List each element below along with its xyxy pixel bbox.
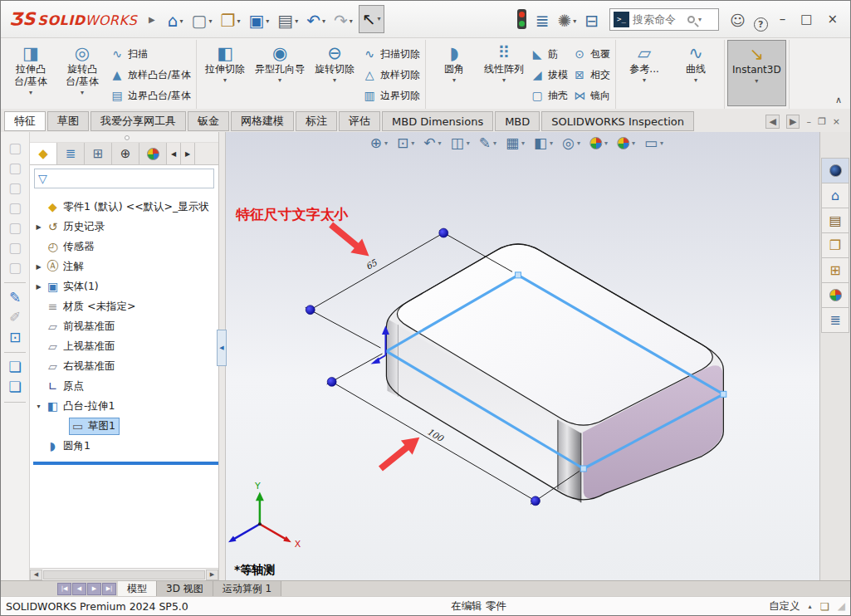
- tab-nav-button[interactable]: ▶: [87, 583, 101, 595]
- dropdown-caret-icon[interactable]: ▾: [755, 77, 758, 85]
- tree-item[interactable]: ◆ 零件1 (默认) <<默认>_显示状: [33, 197, 218, 217]
- ribbon-button[interactable]: ∿ 曲线 ▾: [670, 40, 721, 106]
- custom-properties-icon[interactable]: ≣: [821, 307, 849, 333]
- tag-icon[interactable]: ❏: [820, 600, 829, 613]
- home-icon[interactable]: ⌂: [821, 183, 849, 208]
- rebuild-traffic-light-icon[interactable]: [517, 9, 526, 29]
- tree-filter-box[interactable]: ▽: [34, 169, 214, 188]
- tree-item[interactable]: ▭ 草图1: [33, 416, 218, 436]
- customize-status-button[interactable]: 自定义: [769, 599, 800, 614]
- doc-prev-button[interactable]: ◀: [765, 115, 779, 129]
- whats-wrong-button[interactable]: ≣: [533, 5, 552, 33]
- ribbon-small-button[interactable]: ⊠ 相交: [570, 65, 613, 85]
- maximize-button[interactable]: □: [793, 12, 819, 27]
- tree-item[interactable]: ∟ 原点: [33, 376, 218, 396]
- design-library-icon[interactable]: ▤: [821, 208, 849, 233]
- dropdown-caret-icon[interactable]: ▾: [266, 12, 269, 32]
- dropdown-caret-icon[interactable]: ▾: [493, 139, 496, 147]
- ribbon-small-button[interactable]: ▥ 边界切除: [360, 86, 423, 105]
- ribbon-button[interactable]: ↘ Instant3D ▾: [727, 40, 786, 106]
- sketch-select-tool[interactable]: ✎: [9, 289, 21, 306]
- paste-appearance-tool[interactable]: ❏: [8, 379, 21, 395]
- view-cube-4[interactable]: ▢: [8, 199, 22, 216]
- ribbon-small-button[interactable]: ∿ 扫描: [108, 44, 193, 64]
- view-cube-5[interactable]: ▢: [8, 219, 22, 236]
- close-button[interactable]: ×: [819, 12, 845, 27]
- annotation-views-icon[interactable]: ✎ ▾: [479, 134, 496, 151]
- tab-nav-button[interactable]: ▶|: [102, 583, 116, 595]
- dropdown-caret-icon[interactable]: ▾: [81, 89, 84, 96]
- model-tab[interactable]: 模型: [118, 581, 157, 596]
- command-tab[interactable]: 网格建模: [231, 111, 294, 131]
- ribbon-small-button[interactable]: ◢ 拔模: [528, 65, 570, 85]
- dropdown-caret-icon[interactable]: ▾: [322, 12, 325, 32]
- account-button[interactable]: ☺: [727, 5, 748, 33]
- tree-item[interactable]: ▾ ◧ 凸台-拉伸1: [33, 396, 218, 416]
- ribbon-small-button[interactable]: ∿ 扫描切除: [360, 44, 423, 64]
- view-cube-2[interactable]: ▢: [8, 159, 22, 176]
- dropdown-caret-icon[interactable]: ▾: [643, 76, 646, 84]
- featuremanager-tab[interactable]: ◆: [30, 143, 57, 164]
- command-tab[interactable]: 特征: [4, 111, 46, 131]
- dropdown-caret-icon[interactable]: ▾: [208, 12, 212, 32]
- dropdown-caret-icon[interactable]: ▾: [550, 139, 553, 147]
- tree-item[interactable]: ▶ ↺ 历史记录: [33, 217, 218, 237]
- display-tool[interactable]: ⊡: [9, 329, 21, 345]
- dropdown-caret-icon[interactable]: ▾: [350, 12, 353, 32]
- dropdown-caret-icon[interactable]: ▾: [180, 12, 183, 32]
- save-button[interactable]: ▣ ▾: [246, 5, 271, 33]
- dropdown-caret-icon[interactable]: ▾: [384, 139, 388, 147]
- dropdown-caret-icon[interactable]: ▾: [223, 76, 227, 84]
- edit-wrench-tool[interactable]: ✐: [9, 309, 21, 325]
- graphics-viewport[interactable]: 65 100 特征尺寸文字太小: [226, 132, 819, 580]
- ribbon-button[interactable]: ⠿ 线性阵列 ▾: [480, 40, 528, 106]
- scrollbar-thumb[interactable]: [43, 570, 205, 579]
- property-tab-builder-button[interactable]: ⊟: [582, 5, 601, 33]
- view-palette-icon[interactable]: ⊞: [821, 257, 849, 283]
- displaymanager-tab[interactable]: [139, 143, 167, 164]
- ribbon-small-button[interactable]: ▤ 边界凸台/基体: [108, 86, 193, 105]
- search-magnifier-icon[interactable]: [687, 16, 695, 23]
- model-tab[interactable]: 3D 视图: [157, 581, 213, 596]
- tree-item[interactable]: ◗ 圆角1: [33, 436, 218, 456]
- file-explorer-icon[interactable]: ❐: [821, 232, 849, 258]
- dropdown-caret-icon[interactable]: ▾: [632, 139, 635, 147]
- help-button[interactable]: ?: [751, 5, 770, 33]
- view-settings-icon[interactable]: ▭ ▾: [644, 134, 663, 151]
- ribbon-small-button[interactable]: ◣ 筋: [528, 44, 570, 64]
- edit-appearance-icon[interactable]: ▾: [589, 137, 608, 149]
- propertymanager-tab[interactable]: ≣: [57, 143, 85, 164]
- apply-scene-icon[interactable]: ▾: [617, 137, 635, 149]
- search-input[interactable]: [633, 13, 684, 26]
- command-tab[interactable]: 评估: [339, 111, 380, 131]
- dropdown-caret-icon[interactable]: ▾: [604, 139, 608, 147]
- tab-nav-button[interactable]: |◀: [57, 583, 71, 595]
- zoom-fit-icon[interactable]: ⊕ ▾: [370, 134, 388, 151]
- command-tab[interactable]: 我爱分享网工具: [90, 111, 186, 131]
- tree-item[interactable]: ▱ 前视基准面: [33, 316, 218, 336]
- dropdown-caret-icon[interactable]: ▾: [411, 139, 414, 147]
- display-style-icon[interactable]: ◧ ▾: [534, 134, 553, 151]
- configurationmanager-tab[interactable]: ⊞: [85, 143, 112, 164]
- tree-item[interactable]: ▶ ▣ 实体(1): [33, 276, 218, 296]
- doc-restore-button[interactable]: ❐: [818, 116, 826, 127]
- expand-arrow-icon[interactable]: ▶: [33, 223, 44, 231]
- section-view-icon[interactable]: ◫ ▾: [451, 134, 470, 151]
- minimize-button[interactable]: –: [772, 12, 794, 27]
- solidworks-resources-icon[interactable]: [821, 158, 849, 183]
- ribbon-button[interactable]: ◧ 拉伸切除 ▾: [199, 40, 251, 106]
- view-cube-1[interactable]: ▢: [8, 139, 22, 156]
- menu-flyout-arrow-icon[interactable]: ▶: [149, 15, 155, 24]
- model-tab[interactable]: 运动算例 1: [213, 581, 281, 596]
- doc-minimize-button[interactable]: –: [806, 116, 811, 127]
- panel-horizontal-scrollbar[interactable]: ◀ ▶: [30, 568, 218, 580]
- tree-item[interactable]: ▱ 上视基准面: [33, 336, 218, 356]
- command-search-box[interactable]: >_ ▾: [609, 8, 719, 31]
- dropdown-caret-icon[interactable]: ▾: [438, 139, 442, 147]
- previous-view-icon[interactable]: ↶ ▾: [423, 134, 441, 151]
- dropdown-caret-icon[interactable]: ▾: [278, 76, 281, 84]
- tab-nav-button[interactable]: ◀: [72, 583, 86, 595]
- dropdown-caret-icon[interactable]: ▾: [295, 12, 298, 32]
- copy-appearance-tool[interactable]: ❏: [8, 359, 21, 375]
- expand-arrow-icon[interactable]: ▶: [33, 263, 44, 271]
